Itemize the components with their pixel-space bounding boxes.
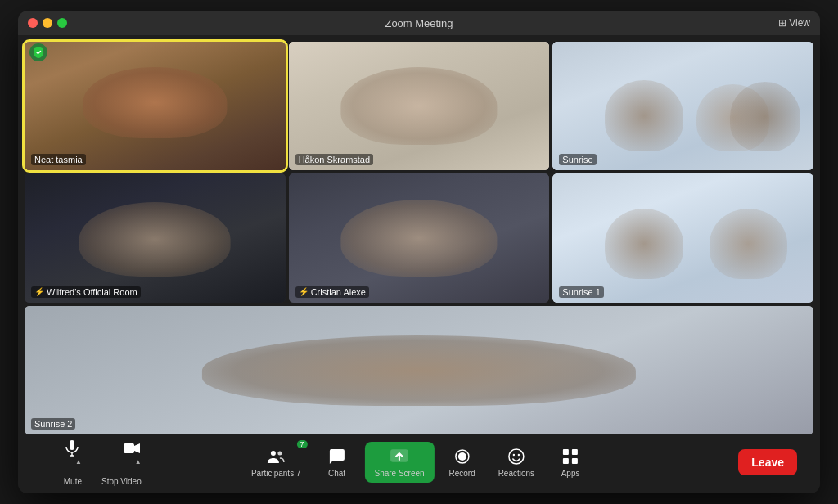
shield-icon — [34, 47, 43, 58]
video-grid: Neat tasmia Håkon Skramstad Su — [25, 42, 813, 434]
svg-point-9 — [509, 449, 524, 464]
lightning-icon-cristian: ⚡ — [299, 287, 309, 296]
share-screen-button[interactable]: Share Screen — [364, 442, 434, 483]
apps-button[interactable]: Apps — [546, 442, 595, 483]
video-icon — [122, 439, 142, 458]
apps-icon — [561, 447, 580, 466]
svg-point-7 — [458, 452, 466, 461]
participant-name-sunrise1: Sunrise 1 — [559, 286, 603, 298]
window-title: Zoom Meeting — [385, 17, 453, 29]
video-row-2: ⚡ Wilfred's Official Room ⚡ Cristian Ale… — [25, 173, 813, 302]
leave-button[interactable]: Leave — [738, 449, 797, 475]
video-tile-cristian: ⚡ Cristian Alexe — [289, 173, 550, 302]
participants-badge: 7 — [296, 440, 307, 448]
reactions-icon — [507, 447, 526, 466]
participants-label: Participants 7 — [251, 469, 301, 478]
stop-video-label: Stop Video — [101, 477, 142, 486]
microphone-icon — [62, 439, 82, 458]
participant-name-hakon: Håkon Skramstad — [295, 154, 373, 165]
video-row-1: Neat tasmia Håkon Skramstad Su — [25, 42, 813, 170]
traffic-lights — [28, 18, 67, 28]
svg-point-4 — [271, 451, 276, 456]
chat-icon — [327, 447, 346, 466]
video-row-3: Sunrise 2 — [25, 306, 813, 434]
main-content: Neat tasmia Håkon Skramstad Su — [18, 35, 820, 493]
share-screen-icon — [390, 447, 409, 466]
toolbar-left: ▲ Mute ▲ Stop Video — [41, 434, 150, 491]
svg-rect-3 — [124, 443, 134, 453]
toolbar-right: Leave — [738, 449, 797, 475]
toolbar: ▲ Mute ▲ Stop Video — [25, 438, 813, 487]
chat-label: Chat — [328, 469, 345, 478]
lightning-icon-wilfred: ⚡ — [34, 287, 44, 296]
close-button[interactable] — [28, 18, 38, 28]
svg-rect-12 — [563, 449, 569, 455]
participant-name-cristian: ⚡ Cristian Alexe — [295, 286, 369, 298]
participant-name-neat: Neat tasmia — [31, 154, 86, 165]
record-icon — [453, 447, 472, 466]
svg-point-11 — [518, 454, 520, 456]
video-tile-hakon: Håkon Skramstad — [289, 42, 550, 170]
titlebar: Zoom Meeting ⊞ View — [18, 11, 820, 35]
record-button[interactable]: Record — [438, 442, 487, 483]
toolbar-center: 7 Participants 7 Chat Share Scr — [243, 442, 595, 483]
participant-name-sunrise: Sunrise — [559, 154, 596, 165]
security-badge — [29, 43, 47, 61]
video-tile-sunrise2: Sunrise 2 — [25, 306, 813, 434]
record-label: Record — [449, 469, 475, 478]
svg-rect-0 — [70, 440, 74, 450]
participants-button[interactable]: 7 Participants 7 — [243, 442, 309, 483]
participant-name-sunrise2: Sunrise 2 — [31, 418, 75, 430]
reactions-button[interactable]: Reactions — [490, 442, 543, 483]
svg-rect-14 — [563, 458, 569, 464]
stop-video-button[interactable]: ▲ Stop Video — [93, 434, 150, 491]
mute-button[interactable]: ▲ Mute — [41, 434, 90, 491]
minimize-button[interactable] — [43, 18, 52, 28]
svg-point-10 — [513, 454, 515, 456]
zoom-window: Zoom Meeting ⊞ View Neat tasmia — [18, 11, 820, 493]
share-screen-label: Share Screen — [374, 469, 424, 478]
video-tile-sunrise1: Sunrise 1 — [552, 173, 813, 302]
maximize-button[interactable] — [57, 18, 67, 28]
participant-name-wilfred: ⚡ Wilfred's Official Room — [31, 286, 141, 298]
mute-label: Mute — [64, 477, 82, 486]
video-tile-sunrise: Sunrise — [552, 42, 813, 170]
chat-button[interactable]: Chat — [312, 442, 361, 483]
apps-label: Apps — [561, 469, 580, 478]
svg-point-5 — [278, 452, 282, 456]
video-tile-neat-tasmia: Neat tasmia — [25, 42, 286, 170]
reactions-label: Reactions — [498, 469, 534, 478]
svg-rect-15 — [572, 458, 578, 464]
svg-rect-13 — [572, 449, 578, 455]
participants-icon — [266, 447, 286, 466]
video-tile-wilfred: ⚡ Wilfred's Official Room — [25, 173, 286, 302]
view-button[interactable]: ⊞ View — [778, 17, 810, 29]
